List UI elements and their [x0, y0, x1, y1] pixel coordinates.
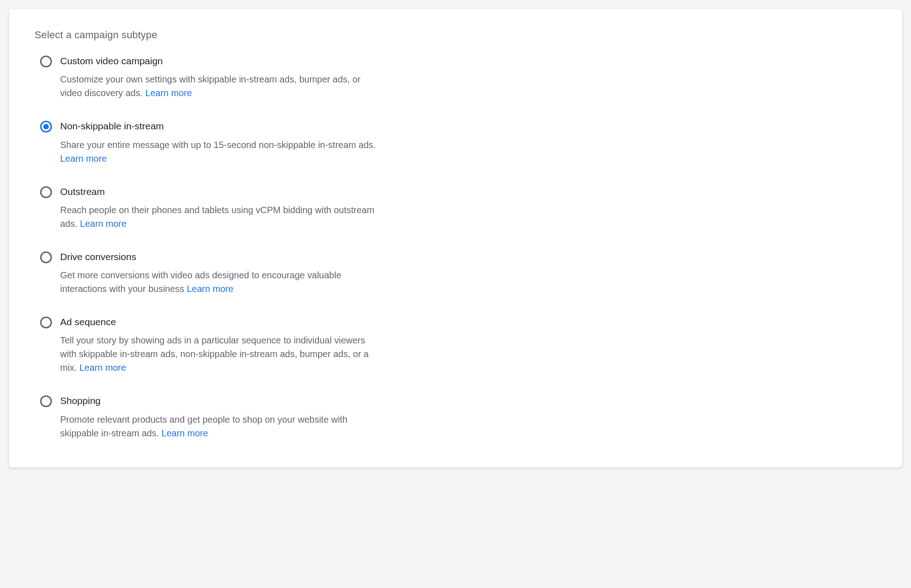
- option-description: Promote relevant products and get people…: [60, 413, 381, 440]
- option-custom-video-campaign[interactable]: Custom video campaign Customize your own…: [40, 55, 381, 100]
- option-title: Drive conversions: [60, 251, 381, 263]
- option-description: Customize your own settings with skippab…: [60, 72, 381, 100]
- learn-more-link[interactable]: Learn more: [161, 428, 208, 438]
- learn-more-link[interactable]: Learn more: [187, 284, 233, 294]
- option-body: Outstream Reach people on their phones a…: [60, 185, 381, 230]
- radio-shopping[interactable]: [40, 395, 52, 407]
- option-title: Outstream: [60, 185, 381, 198]
- option-body: Drive conversions Get more conversions w…: [60, 251, 381, 296]
- radio-ad-sequence[interactable]: [40, 317, 52, 328]
- option-body: Shopping Promote relevant products and g…: [60, 394, 381, 440]
- radio-outstream[interactable]: [40, 186, 52, 198]
- campaign-subtype-card: Select a campaign subtype Custom video c…: [9, 9, 902, 467]
- option-description: Get more conversions with video ads desi…: [60, 268, 381, 296]
- option-outstream[interactable]: Outstream Reach people on their phones a…: [40, 185, 381, 230]
- option-title: Non-skippable in-stream: [60, 120, 381, 132]
- radio-custom-video-campaign[interactable]: [40, 56, 52, 67]
- option-shopping[interactable]: Shopping Promote relevant products and g…: [40, 394, 381, 440]
- section-title: Select a campaign subtype: [35, 29, 876, 41]
- option-description: Tell your story by showing ads in a part…: [60, 333, 381, 374]
- learn-more-link[interactable]: Learn more: [60, 153, 107, 164]
- option-body: Non-skippable in-stream Share your entir…: [60, 120, 381, 165]
- option-title: Shopping: [60, 394, 381, 407]
- radio-non-skippable-in-stream[interactable]: [40, 121, 52, 133]
- option-title: Ad sequence: [60, 316, 381, 328]
- option-description: Reach people on their phones and tablets…: [60, 203, 381, 230]
- option-ad-sequence[interactable]: Ad sequence Tell your story by showing a…: [40, 316, 381, 374]
- learn-more-link[interactable]: Learn more: [79, 363, 126, 373]
- option-drive-conversions[interactable]: Drive conversions Get more conversions w…: [40, 251, 381, 296]
- subtype-options-list: Custom video campaign Customize your own…: [35, 55, 381, 440]
- learn-more-link[interactable]: Learn more: [145, 88, 192, 98]
- option-body: Ad sequence Tell your story by showing a…: [60, 316, 381, 374]
- option-description-text: Customize your own settings with skippab…: [60, 74, 360, 98]
- option-description-text: Share your entire message with up to 15-…: [60, 140, 376, 150]
- option-non-skippable-in-stream[interactable]: Non-skippable in-stream Share your entir…: [40, 120, 381, 165]
- option-title: Custom video campaign: [60, 55, 381, 67]
- option-description: Share your entire message with up to 15-…: [60, 138, 381, 165]
- radio-drive-conversions[interactable]: [40, 251, 52, 263]
- learn-more-link[interactable]: Learn more: [80, 219, 126, 229]
- option-body: Custom video campaign Customize your own…: [60, 55, 381, 100]
